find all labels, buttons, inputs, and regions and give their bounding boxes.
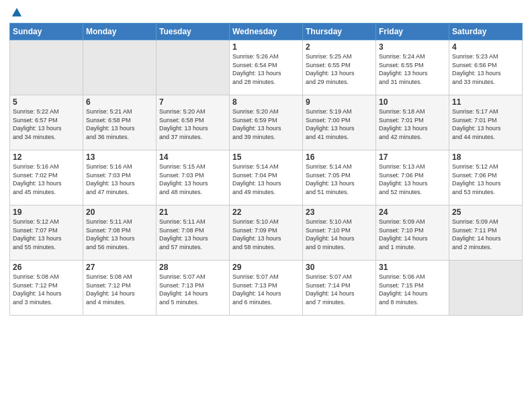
calendar-day-cell: 21Sunrise: 5:11 AM Sunset: 7:08 PM Dayli…	[157, 205, 230, 261]
day-number: 3	[379, 42, 446, 52]
day-number: 1	[232, 42, 300, 52]
calendar-day-cell: 22Sunrise: 5:10 AM Sunset: 7:09 PM Dayli…	[230, 205, 303, 261]
day-info: Sunrise: 5:08 AM Sunset: 7:12 PM Dayligh…	[86, 273, 153, 306]
calendar-header-row: SundayMondayTuesdayWednesdayThursdayFrid…	[10, 24, 523, 40]
day-number: 21	[159, 208, 226, 217]
calendar-empty-cell	[449, 261, 523, 316]
day-info: Sunrise: 5:21 AM Sunset: 6:58 PM Dayligh…	[86, 107, 153, 141]
day-info: Sunrise: 5:20 AM Sunset: 6:58 PM Dayligh…	[159, 107, 226, 141]
day-info: Sunrise: 5:09 AM Sunset: 7:11 PM Dayligh…	[452, 218, 519, 251]
day-info: Sunrise: 5:14 AM Sunset: 7:04 PM Dayligh…	[232, 163, 300, 196]
day-of-week-header: Sunday	[10, 24, 83, 40]
day-info: Sunrise: 5:12 AM Sunset: 7:06 PM Dayligh…	[452, 163, 519, 196]
calendar-empty-cell	[157, 40, 230, 95]
day-info: Sunrise: 5:10 AM Sunset: 7:09 PM Dayligh…	[232, 218, 300, 251]
day-info: Sunrise: 5:18 AM Sunset: 7:01 PM Dayligh…	[379, 107, 446, 141]
day-info: Sunrise: 5:17 AM Sunset: 7:01 PM Dayligh…	[452, 107, 519, 141]
day-number: 24	[379, 208, 446, 217]
calendar-day-cell: 2Sunrise: 5:25 AM Sunset: 6:55 PM Daylig…	[303, 40, 376, 95]
calendar-week-row: 5Sunrise: 5:22 AM Sunset: 6:57 PM Daylig…	[10, 95, 523, 150]
day-number: 9	[306, 97, 373, 107]
day-number: 30	[306, 263, 373, 272]
day-info: Sunrise: 5:19 AM Sunset: 7:00 PM Dayligh…	[306, 107, 373, 141]
day-number: 6	[86, 97, 153, 107]
calendar-container: SundayMondayTuesdayWednesdayThursdayFrid…	[0, 0, 532, 411]
day-number: 31	[379, 263, 446, 272]
calendar-day-cell: 18Sunrise: 5:12 AM Sunset: 7:06 PM Dayli…	[449, 150, 523, 205]
day-number: 7	[159, 97, 226, 107]
calendar-day-cell: 25Sunrise: 5:09 AM Sunset: 7:11 PM Dayli…	[449, 205, 523, 261]
day-info: Sunrise: 5:24 AM Sunset: 6:55 PM Dayligh…	[379, 52, 446, 86]
day-number: 29	[232, 263, 300, 272]
day-info: Sunrise: 5:20 AM Sunset: 6:59 PM Dayligh…	[232, 107, 300, 141]
day-number: 5	[13, 97, 80, 107]
day-info: Sunrise: 5:16 AM Sunset: 7:03 PM Dayligh…	[86, 163, 153, 196]
calendar-table: SundayMondayTuesdayWednesdayThursdayFrid…	[9, 23, 523, 316]
day-number: 13	[86, 152, 153, 162]
day-number: 15	[232, 152, 300, 162]
calendar-day-cell: 10Sunrise: 5:18 AM Sunset: 7:01 PM Dayli…	[376, 95, 449, 150]
day-info: Sunrise: 5:25 AM Sunset: 6:55 PM Dayligh…	[306, 52, 373, 86]
calendar-day-cell: 7Sunrise: 5:20 AM Sunset: 6:58 PM Daylig…	[157, 95, 230, 150]
calendar-day-cell: 13Sunrise: 5:16 AM Sunset: 7:03 PM Dayli…	[83, 150, 157, 205]
day-info: Sunrise: 5:12 AM Sunset: 7:07 PM Dayligh…	[13, 218, 80, 251]
calendar-day-cell: 15Sunrise: 5:14 AM Sunset: 7:04 PM Dayli…	[230, 150, 303, 205]
day-of-week-header: Monday	[83, 24, 157, 40]
day-number: 27	[86, 263, 153, 272]
calendar-day-cell: 3Sunrise: 5:24 AM Sunset: 6:55 PM Daylig…	[376, 40, 449, 95]
calendar-day-cell: 14Sunrise: 5:15 AM Sunset: 7:03 PM Dayli…	[157, 150, 230, 205]
day-number: 14	[159, 152, 226, 162]
day-info: Sunrise: 5:09 AM Sunset: 7:10 PM Dayligh…	[379, 218, 446, 251]
day-number: 16	[306, 152, 373, 162]
calendar-day-cell: 1Sunrise: 5:26 AM Sunset: 6:54 PM Daylig…	[230, 40, 303, 95]
calendar-day-cell: 4Sunrise: 5:23 AM Sunset: 6:56 PM Daylig…	[449, 40, 523, 95]
day-info: Sunrise: 5:14 AM Sunset: 7:05 PM Dayligh…	[306, 163, 373, 196]
day-number: 22	[232, 208, 300, 217]
calendar-day-cell: 24Sunrise: 5:09 AM Sunset: 7:10 PM Dayli…	[376, 205, 449, 261]
calendar-empty-cell	[10, 40, 83, 95]
calendar-day-cell: 9Sunrise: 5:19 AM Sunset: 7:00 PM Daylig…	[303, 95, 376, 150]
day-info: Sunrise: 5:10 AM Sunset: 7:10 PM Dayligh…	[306, 218, 373, 251]
day-info: Sunrise: 5:15 AM Sunset: 7:03 PM Dayligh…	[159, 163, 226, 196]
calendar-week-row: 12Sunrise: 5:16 AM Sunset: 7:02 PM Dayli…	[10, 150, 523, 205]
day-info: Sunrise: 5:07 AM Sunset: 7:13 PM Dayligh…	[159, 273, 226, 306]
day-number: 19	[13, 208, 80, 217]
day-of-week-header: Saturday	[449, 24, 523, 40]
day-info: Sunrise: 5:07 AM Sunset: 7:13 PM Dayligh…	[232, 273, 300, 306]
calendar-day-cell: 29Sunrise: 5:07 AM Sunset: 7:13 PM Dayli…	[230, 261, 303, 316]
day-number: 12	[13, 152, 80, 162]
calendar-day-cell: 11Sunrise: 5:17 AM Sunset: 7:01 PM Dayli…	[449, 95, 523, 150]
calendar-day-cell: 30Sunrise: 5:07 AM Sunset: 7:14 PM Dayli…	[303, 261, 376, 316]
day-info: Sunrise: 5:11 AM Sunset: 7:08 PM Dayligh…	[159, 218, 226, 251]
day-number: 4	[452, 42, 519, 52]
day-number: 23	[306, 208, 373, 217]
day-info: Sunrise: 5:06 AM Sunset: 7:15 PM Dayligh…	[379, 273, 446, 306]
calendar-empty-cell	[83, 40, 157, 95]
day-number: 2	[306, 42, 373, 52]
day-number: 10	[379, 97, 446, 107]
day-number: 26	[13, 263, 80, 272]
calendar-day-cell: 31Sunrise: 5:06 AM Sunset: 7:15 PM Dayli…	[376, 261, 449, 316]
day-number: 25	[452, 208, 519, 217]
calendar-day-cell: 5Sunrise: 5:22 AM Sunset: 6:57 PM Daylig…	[10, 95, 83, 150]
calendar-day-cell: 27Sunrise: 5:08 AM Sunset: 7:12 PM Dayli…	[83, 261, 157, 316]
calendar-day-cell: 26Sunrise: 5:08 AM Sunset: 7:12 PM Dayli…	[10, 261, 83, 316]
calendar-day-cell: 16Sunrise: 5:14 AM Sunset: 7:05 PM Dayli…	[303, 150, 376, 205]
calendar-day-cell: 17Sunrise: 5:13 AM Sunset: 7:06 PM Dayli…	[376, 150, 449, 205]
day-info: Sunrise: 5:16 AM Sunset: 7:02 PM Dayligh…	[13, 163, 80, 196]
day-info: Sunrise: 5:13 AM Sunset: 7:06 PM Dayligh…	[379, 163, 446, 196]
logo-icon	[11, 7, 23, 19]
day-of-week-header: Friday	[376, 24, 449, 40]
calendar-week-row: 26Sunrise: 5:08 AM Sunset: 7:12 PM Dayli…	[10, 261, 523, 316]
calendar-day-cell: 28Sunrise: 5:07 AM Sunset: 7:13 PM Dayli…	[157, 261, 230, 316]
day-info: Sunrise: 5:07 AM Sunset: 7:14 PM Dayligh…	[306, 273, 373, 306]
calendar-week-row: 19Sunrise: 5:12 AM Sunset: 7:07 PM Dayli…	[10, 205, 523, 261]
day-of-week-header: Thursday	[303, 24, 376, 40]
calendar-day-cell: 12Sunrise: 5:16 AM Sunset: 7:02 PM Dayli…	[10, 150, 83, 205]
calendar-day-cell: 8Sunrise: 5:20 AM Sunset: 6:59 PM Daylig…	[230, 95, 303, 150]
day-number: 18	[452, 152, 519, 162]
day-info: Sunrise: 5:08 AM Sunset: 7:12 PM Dayligh…	[13, 273, 80, 306]
day-number: 20	[86, 208, 153, 217]
day-number: 28	[159, 263, 226, 272]
calendar-day-cell: 19Sunrise: 5:12 AM Sunset: 7:07 PM Dayli…	[10, 205, 83, 261]
